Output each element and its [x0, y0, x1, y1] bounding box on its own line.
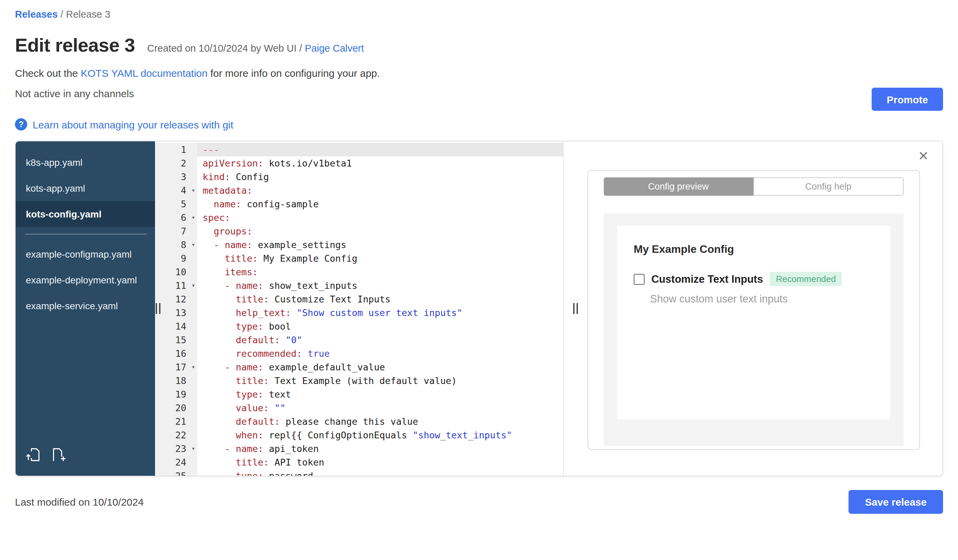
git-releases-link[interactable]: Learn about managing your releases with …: [33, 119, 233, 130]
code-text: type: text: [197, 388, 563, 401]
code-text: - name: api_token: [197, 442, 563, 456]
docs-suffix: for more info on configuring your app.: [207, 67, 380, 79]
code-line[interactable]: 11▾ - name: show_text_inputs: [155, 278, 563, 292]
line-number: 5: [155, 197, 197, 211]
code-line[interactable]: 25 type: password: [155, 469, 563, 476]
fold-arrow-icon[interactable]: ▾: [191, 238, 195, 252]
code-text: title: Text Example (with default value): [197, 374, 563, 388]
file-tree-top: k8s-app.yamlkots-app.yamlkots-config.yam…: [16, 150, 155, 227]
upload-file-icon[interactable]: [26, 447, 41, 465]
code-line[interactable]: 10 items:: [155, 265, 563, 278]
code-line[interactable]: 1---: [155, 143, 563, 156]
save-release-button[interactable]: Save release: [849, 490, 943, 514]
line-number: 22: [155, 428, 197, 442]
file-item[interactable]: example-deployment.yaml: [16, 267, 155, 293]
recommended-badge: Recommended: [770, 272, 842, 286]
new-file-icon[interactable]: [52, 447, 67, 465]
page-title: Edit release 3: [15, 35, 135, 56]
line-number: 16: [155, 346, 197, 360]
code-line[interactable]: 4▾metadata:: [155, 184, 563, 197]
file-item[interactable]: kots-app.yaml: [16, 176, 155, 201]
config-preview-area: My Example Config Customize Text Inputs …: [604, 214, 904, 446]
line-number: 7: [155, 224, 197, 238]
promote-button[interactable]: Promote: [872, 88, 943, 111]
fold-arrow-icon[interactable]: ▾: [191, 442, 195, 456]
fold-arrow-icon[interactable]: ▾: [191, 278, 195, 292]
config-tabs: Config previewConfig help: [604, 177, 904, 196]
code-line[interactable]: 9 title: My Example Config: [155, 252, 563, 265]
preview-card: Config previewConfig help My Example Con…: [587, 170, 920, 450]
breadcrumb-current: Release 3: [66, 9, 111, 20]
line-number: 4▾: [155, 184, 197, 197]
code-line[interactable]: 23▾ - name: api_token: [155, 442, 563, 456]
code-line[interactable]: 22 when: repl{{ ConfigOptionEquals "show…: [155, 428, 563, 442]
file-item[interactable]: k8s-app.yaml: [16, 150, 155, 176]
code-line[interactable]: 2apiVersion: kots.io/v1beta1: [155, 156, 563, 170]
line-number: 9: [155, 252, 197, 265]
code-line[interactable]: 24 title: API token: [155, 456, 563, 469]
author-link[interactable]: Paige Calvert: [305, 43, 364, 54]
config-option-row: Customize Text Inputs Recommended: [634, 272, 874, 286]
code-text: - name: example_default_value: [197, 360, 563, 374]
help-question-icon[interactable]: ?: [15, 118, 27, 130]
channel-status: Not active in any channels: [15, 88, 943, 99]
code-line[interactable]: 19 type: text: [155, 388, 563, 401]
fold-arrow-icon[interactable]: ▾: [191, 360, 195, 374]
code-text: - name: show_text_inputs: [197, 278, 563, 292]
file-tree-bottom: example-configmap.yamlexample-deployment…: [16, 241, 155, 319]
code-line[interactable]: 6▾spec:: [155, 211, 563, 224]
config-option-label: Customize Text Inputs: [651, 273, 763, 285]
code-text: default: "0": [197, 333, 563, 346]
line-number: 14: [155, 320, 197, 333]
breadcrumb-releases-link[interactable]: Releases: [15, 9, 58, 20]
file-tree-sidebar: k8s-app.yamlkots-app.yamlkots-config.yam…: [16, 141, 155, 476]
code-text: ---: [197, 143, 563, 156]
code-line[interactable]: 12 title: Customize Text Inputs: [155, 292, 563, 306]
code-line[interactable]: 14 type: bool: [155, 320, 563, 333]
customize-text-inputs-checkbox[interactable]: [634, 274, 645, 285]
footer: Last modified on 10/10/2024 Save release: [15, 490, 943, 514]
code-line[interactable]: 20 value: "": [155, 401, 563, 414]
line-number: 8▾: [155, 238, 197, 252]
close-icon[interactable]: ✕: [918, 150, 929, 163]
code-text: apiVersion: kots.io/v1beta1: [197, 156, 563, 170]
config-option-help: Show custom user text inputs: [650, 293, 874, 305]
resize-handle-right[interactable]: [573, 303, 578, 314]
code-text: groups:: [197, 224, 563, 238]
resize-handle-left[interactable]: [156, 303, 160, 314]
line-number: 23▾: [155, 442, 197, 456]
line-number: 21: [155, 414, 197, 428]
code-text: help_text: "Show custom user text inputs…: [197, 306, 563, 320]
code-line[interactable]: 15 default: "0": [155, 333, 563, 346]
code-line[interactable]: 18 title: Text Example (with default val…: [155, 374, 563, 388]
breadcrumb: Releases / Release 3: [15, 9, 943, 20]
docs-line: Check out the KOTS YAML documentation fo…: [15, 67, 943, 79]
code-line[interactable]: 17▾ - name: example_default_value: [155, 360, 563, 374]
fold-arrow-icon[interactable]: ▾: [191, 211, 195, 224]
line-number: 10: [155, 265, 197, 278]
line-number: 3: [155, 170, 197, 184]
fold-arrow-icon[interactable]: ▾: [191, 184, 195, 197]
code-line[interactable]: 21 default: please change this value: [155, 414, 563, 428]
code-editor[interactable]: 1---2apiVersion: kots.io/v1beta13kind: C…: [155, 141, 563, 476]
file-item[interactable]: kots-config.yaml: [16, 201, 155, 227]
created-text: Created on 10/10/2024 by Web UI /: [147, 43, 305, 54]
line-number: 1: [155, 143, 197, 156]
code-line[interactable]: 3kind: Config: [155, 170, 563, 184]
code-text: kind: Config: [197, 170, 563, 184]
code-line[interactable]: 5 name: config-sample: [155, 197, 563, 211]
file-item[interactable]: example-service.yaml: [16, 293, 155, 319]
code-text: items:: [197, 265, 563, 278]
file-item[interactable]: example-configmap.yaml: [16, 241, 155, 267]
code-line[interactable]: 8▾ - name: example_settings: [155, 238, 563, 252]
code-text: type: bool: [197, 320, 563, 333]
code-line[interactable]: 16 recommended: true: [155, 346, 563, 360]
kots-docs-link[interactable]: KOTS YAML documentation: [81, 67, 207, 79]
release-editor: k8s-app.yamlkots-app.yamlkots-config.yam…: [15, 141, 943, 476]
code-line[interactable]: 13 help_text: "Show custom user text inp…: [155, 306, 563, 320]
line-number: 2: [155, 156, 197, 170]
tab-config-help[interactable]: Config help: [753, 177, 904, 196]
code-line[interactable]: 7 groups:: [155, 224, 563, 238]
tab-config-preview[interactable]: Config preview: [604, 177, 753, 196]
code-text: name: config-sample: [197, 197, 563, 211]
